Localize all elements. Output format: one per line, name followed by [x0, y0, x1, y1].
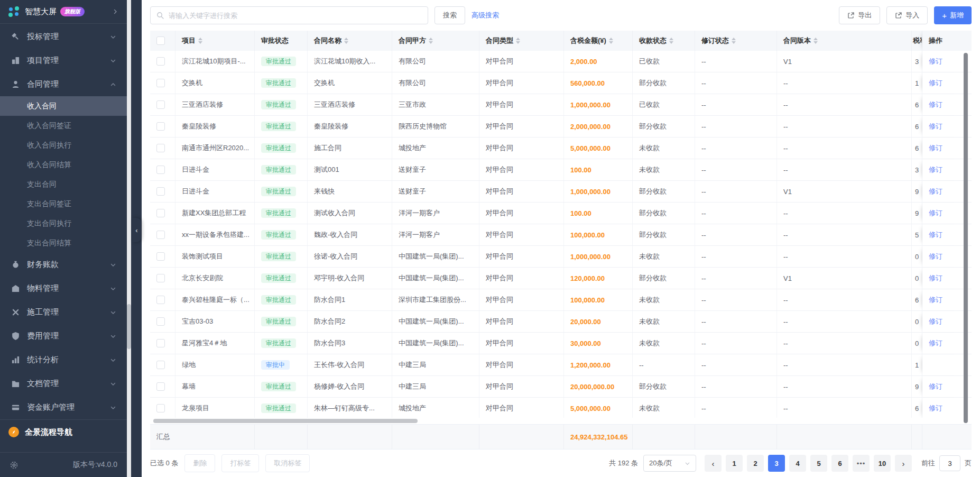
revise-link[interactable]: 修订 — [929, 187, 942, 196]
row-checkbox[interactable] — [156, 339, 165, 347]
page-button-3[interactable]: 3 — [768, 455, 785, 472]
page-button-5[interactable]: 5 — [810, 455, 827, 472]
sort-icon[interactable] — [669, 38, 673, 44]
sidebar-scrollbar-thumb[interactable] — [127, 304, 131, 349]
search-button[interactable]: 搜索 — [434, 6, 465, 24]
revise-link[interactable]: 修订 — [929, 273, 942, 283]
sidebar-subitem[interactable]: 支出合同执行 — [0, 214, 127, 233]
delete-button[interactable]: 删除 — [184, 454, 215, 472]
gear-icon[interactable] — [10, 461, 19, 470]
sidebar-item-finance[interactable]: 财务账款 — [0, 253, 127, 277]
export-button[interactable]: 导出 — [839, 6, 880, 24]
column-header-revision[interactable]: 修订状态 — [695, 31, 777, 51]
column-header-amount[interactable]: 含税金额(¥) — [564, 31, 633, 51]
revise-link[interactable]: 修订 — [929, 165, 942, 175]
revise-link[interactable]: 修订 — [929, 143, 942, 153]
add-button[interactable]: + 新增 — [934, 6, 972, 24]
pager-prev[interactable]: ‹ — [705, 455, 722, 472]
cell-check — [150, 398, 175, 418]
revise-link[interactable]: 修订 — [929, 208, 942, 218]
sort-icon[interactable] — [813, 38, 818, 44]
chevron-right-icon[interactable] — [112, 8, 118, 15]
advanced-search-link[interactable]: 高级搜索 — [471, 11, 499, 20]
select-all-checkbox[interactable] — [156, 36, 165, 45]
sidebar-item-folder[interactable]: 文档管理 — [0, 372, 127, 396]
untag-button[interactable]: 取消标签 — [265, 454, 310, 472]
revise-link[interactable]: 修订 — [929, 338, 942, 348]
horizontal-scrollbar-thumb[interactable] — [153, 419, 418, 423]
sidebar-item-stats[interactable]: 统计分析 — [0, 348, 127, 372]
row-checkbox[interactable] — [156, 274, 165, 282]
column-header-version[interactable]: 合同版本 — [777, 31, 912, 51]
page-size-select[interactable]: 20条/页 — [643, 455, 696, 472]
revise-link[interactable]: 修订 — [929, 382, 942, 391]
search-box[interactable] — [150, 6, 428, 24]
sidebar-item-gavel[interactable]: 投标管理 — [0, 25, 127, 49]
sidebar-item-building[interactable]: 项目管理 — [0, 49, 127, 72]
sort-icon[interactable] — [429, 38, 433, 44]
column-header-type[interactable]: 合同类型 — [479, 31, 564, 51]
row-checkbox[interactable] — [156, 57, 165, 66]
sidebar-item-panorama[interactable]: 全景流程导航 — [0, 419, 127, 444]
tag-button[interactable]: 打标签 — [221, 454, 259, 472]
sidebar-subitem[interactable]: 支出合同结算 — [0, 233, 127, 253]
sidebar-item-account[interactable]: 资金账户管理 — [0, 396, 127, 419]
sidebar-subitem[interactable]: 收入合同签证 — [0, 116, 127, 135]
revise-link[interactable]: 修订 — [929, 78, 942, 88]
revise-link[interactable]: 修订 — [929, 100, 942, 109]
row-checkbox[interactable] — [156, 144, 165, 152]
row-checkbox[interactable] — [156, 209, 165, 217]
sidebar-collapse-handle[interactable]: ‹ — [132, 218, 141, 242]
sidebar-subitem[interactable]: 收入合同结算 — [0, 155, 127, 175]
column-header-name[interactable]: 合同名称 — [308, 31, 392, 51]
sort-icon[interactable] — [732, 38, 736, 44]
row-checkbox[interactable] — [156, 187, 165, 196]
revise-link[interactable]: 修订 — [929, 252, 942, 261]
row-checkbox[interactable] — [156, 296, 165, 304]
sidebar-item-contract[interactable]: 合同管理 — [0, 72, 127, 96]
revise-link[interactable]: 修订 — [929, 403, 942, 413]
import-button[interactable]: 导入 — [886, 6, 928, 24]
pager-next[interactable]: › — [895, 455, 912, 472]
pager-ellipsis[interactable]: ••• — [853, 455, 870, 472]
row-checkbox[interactable] — [156, 231, 165, 239]
column-header-payment[interactable]: 收款状态 — [633, 31, 695, 51]
row-checkbox[interactable] — [156, 122, 165, 131]
row-checkbox[interactable] — [156, 100, 165, 109]
revise-link[interactable]: 修订 — [929, 317, 942, 326]
sidebar-item-material[interactable]: 物料管理 — [0, 277, 127, 300]
sidebar-logo-row[interactable]: 智慧大屏 旗舰版 — [0, 0, 127, 24]
sort-icon[interactable] — [609, 38, 613, 44]
row-checkbox[interactable] — [156, 404, 165, 412]
goto-page-input[interactable] — [939, 455, 960, 471]
sidebar-subitem[interactable]: 支出合同签证 — [0, 194, 127, 214]
sidebar-subitem[interactable]: 支出合同 — [0, 175, 127, 194]
sidebar-item-construction[interactable]: 施工管理 — [0, 300, 127, 324]
vertical-scrollbar-thumb[interactable] — [964, 53, 968, 423]
sidebar-subitem[interactable]: 收入合同 — [0, 96, 127, 116]
sidebar-item-expense[interactable]: 费用管理 — [0, 324, 127, 348]
page-button-2[interactable]: 2 — [747, 455, 764, 472]
sort-icon[interactable] — [344, 38, 348, 44]
row-checkbox[interactable] — [156, 317, 165, 326]
search-input[interactable] — [168, 11, 422, 20]
revise-link[interactable]: 修订 — [929, 57, 942, 66]
row-checkbox[interactable] — [156, 382, 165, 391]
column-header-party[interactable]: 合同甲方 — [392, 31, 479, 51]
page-button-10[interactable]: 10 — [874, 455, 891, 472]
page-button-6[interactable]: 6 — [831, 455, 848, 472]
page-button-4[interactable]: 4 — [789, 455, 806, 472]
row-checkbox[interactable] — [156, 252, 165, 261]
revise-link[interactable]: 修订 — [929, 230, 942, 240]
sort-icon[interactable] — [198, 38, 202, 44]
column-header-project[interactable]: 项目 — [175, 31, 255, 51]
revise-link[interactable]: 修订 — [929, 295, 942, 305]
page-button-1[interactable]: 1 — [726, 455, 743, 472]
revise-link[interactable]: 修订 — [929, 122, 942, 131]
row-checkbox[interactable] — [156, 361, 165, 369]
row-checkbox[interactable] — [156, 79, 165, 87]
row-checkbox[interactable] — [156, 166, 165, 174]
sort-icon[interactable] — [516, 38, 520, 44]
sidebar-subitem[interactable]: 收入合同执行 — [0, 135, 127, 155]
material-icon — [11, 284, 20, 293]
